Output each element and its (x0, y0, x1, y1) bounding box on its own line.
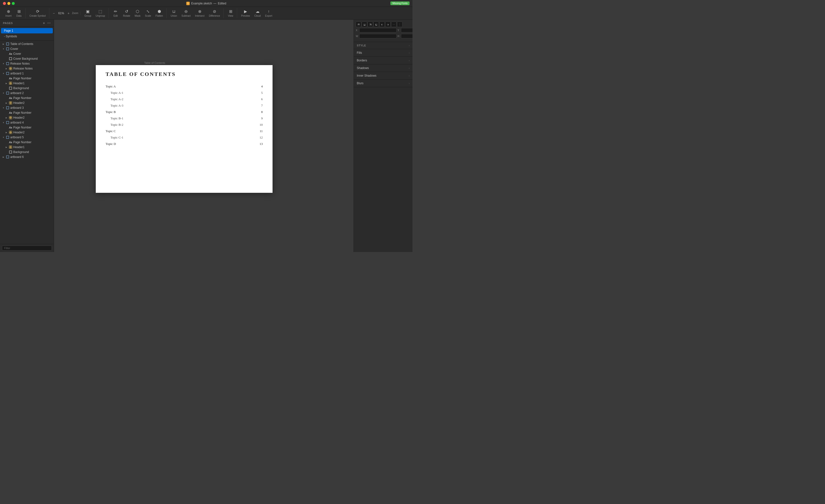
edit-button[interactable]: ✏ Edit (111, 8, 121, 18)
style-borders-item[interactable]: Borders › (354, 57, 412, 64)
layer-item-artboard3[interactable]: ▼ artboard 3 (0, 105, 54, 110)
zoom-plus-button[interactable]: + (67, 11, 70, 15)
maximize-button[interactable] (12, 2, 15, 5)
align-bottom-button[interactable]: ⬗ (385, 22, 391, 27)
minimize-button[interactable] (7, 2, 10, 5)
layer-item-header2a[interactable]: ▶ Header2 (0, 100, 54, 105)
layer-item-release-notes-group[interactable]: ▼ Release Notes (0, 61, 54, 66)
layer-item-cover-bg[interactable]: Cover Background (0, 56, 54, 61)
difference-button[interactable]: ⊘ Difference (207, 8, 222, 18)
layer-item-background1[interactable]: Background (0, 86, 54, 91)
insert-button[interactable]: ⊕ Insert (3, 8, 13, 18)
svg-rect-26 (11, 131, 12, 132)
y-input[interactable] (401, 28, 412, 32)
align-row-1: ⬒ ⬓ ⬔ ⬕ ⬖ ⬗ ⋯ ⋮ (356, 22, 410, 27)
distribute-v-button[interactable]: ⋮ (397, 22, 402, 27)
layer-item-artboard2[interactable]: ▼ artboard 2 (0, 91, 54, 95)
layer-item-header1b[interactable]: ▶ Header1 (0, 145, 54, 150)
inner-shadows-chevron: › (409, 74, 409, 77)
layer-item-page-number2[interactable]: Aa Page Number (0, 95, 54, 100)
data-icon: ⊞ (17, 9, 21, 14)
w-input[interactable] (359, 34, 396, 38)
union-button[interactable]: ⊔ Union (169, 8, 179, 18)
layer-item-toc[interactable]: ▶ Table of Contents (0, 42, 54, 47)
align-left-button[interactable]: ⬒ (356, 22, 361, 27)
layer-item-page-number3[interactable]: Aa Page Number (0, 110, 54, 115)
style-header[interactable]: STYLE › (354, 42, 412, 49)
layer-item-page-number5[interactable]: Aa Page Number (0, 140, 54, 145)
export-button[interactable]: ↑ Export (263, 8, 274, 18)
svg-rect-9 (9, 82, 11, 83)
layer-item-artboard5[interactable]: ▼ artboard 5 (0, 135, 54, 140)
missing-fonts-badge[interactable]: Missing Fonts (390, 1, 409, 5)
layer-item-header1[interactable]: ▶ Header1 (0, 81, 54, 86)
add-page-button[interactable]: + (42, 21, 46, 25)
align-top-button[interactable]: ⬕ (373, 22, 379, 27)
layer-item-release-notes[interactable]: ▶ Release Notes (0, 66, 54, 71)
svg-rect-33 (11, 147, 12, 149)
h2b-layer-name: Header2 (13, 116, 24, 119)
x-input[interactable] (359, 28, 396, 32)
zoom-minus-button[interactable]: − (52, 11, 56, 15)
pn5-layer-name: Page Number (13, 141, 31, 144)
h-input[interactable] (401, 34, 412, 38)
align-center-h-button[interactable]: ⬓ (362, 22, 367, 27)
artboard-container: TABLE OF CONTENTS Topic A4Topic A-15Topi… (96, 65, 273, 193)
layer-item-artboard6[interactable]: ▶ artboard 6 (0, 154, 54, 159)
layer-item-artboard1[interactable]: ▼ artboard 1 (0, 71, 54, 76)
pages-more-button[interactable]: ⋯ (47, 21, 51, 25)
intersect-button[interactable]: ⊗ Intersect (193, 8, 206, 18)
group-button[interactable]: ▣ Group (82, 8, 93, 18)
layer-item-background5[interactable]: Background (0, 150, 54, 154)
page-item-symbols[interactable]: - Symbols (1, 33, 53, 39)
table-row: Topic A4 (105, 83, 263, 90)
layer-item-page-number4[interactable]: Aa Page Number (0, 125, 54, 130)
preview-button[interactable]: ▶ Preview (239, 8, 252, 18)
svg-rect-12 (11, 83, 12, 85)
style-inner-shadows-item[interactable]: Inner Shadows › (354, 72, 412, 80)
style-shadows-item[interactable]: Shadows › (354, 64, 412, 72)
layer-item-cover[interactable]: ▼ Cover (0, 47, 54, 51)
pn1-chevron (5, 77, 8, 80)
svg-rect-34 (9, 151, 12, 153)
cover-chevron: ▼ (2, 48, 5, 50)
filter-input[interactable] (2, 245, 52, 250)
distribute-h-button[interactable]: ⋯ (391, 22, 396, 27)
pn3-text-icon: Aa (9, 111, 12, 115)
align-right-button[interactable]: ⬔ (368, 22, 373, 27)
create-symbol-button[interactable]: ⟳ Create Symbol (27, 8, 48, 18)
rotate-button[interactable]: ↺ Rotate (121, 8, 132, 18)
svg-rect-14 (6, 92, 9, 94)
ab1-chevron: ▼ (2, 72, 5, 75)
scale-button[interactable]: ⤡ Scale (143, 8, 153, 18)
svg-rect-6 (9, 69, 11, 70)
svg-rect-19 (6, 106, 9, 109)
file-icon: S (186, 2, 190, 5)
h2c-group-icon (9, 131, 12, 134)
flatten-button[interactable]: ⬢ Flatten (153, 8, 165, 18)
ungroup-button[interactable]: ⬚ Ungroup (94, 8, 107, 18)
pn4-layer-name: Page Number (13, 126, 31, 129)
subtract-button[interactable]: ⊖ Subtract (179, 8, 193, 18)
view-button[interactable]: ⊞ View (226, 8, 235, 18)
zoom-value: 61% (57, 11, 66, 15)
rn-group-icon (9, 67, 12, 70)
mask-button[interactable]: ⬡ Mask (133, 8, 142, 18)
layer-item-page-number1[interactable]: Aa Page Number (0, 76, 54, 81)
layer-item-artboard4[interactable]: ▼ artboard 4 (0, 120, 54, 125)
style-blurs-item[interactable]: Blurs › (354, 80, 412, 87)
fills-label: Fills (357, 51, 362, 55)
h2a-layer-name: Header2 (13, 101, 24, 104)
style-fills-item[interactable]: Fills › (354, 49, 412, 57)
data-button[interactable]: ⊞ Data (14, 8, 24, 18)
svg-rect-22 (9, 118, 11, 119)
layer-item-header2c[interactable]: ▶ Header2 (0, 130, 54, 135)
layer-item-header2b[interactable]: ▶ Header2 (0, 115, 54, 120)
page-item-page1[interactable]: Page 1 (1, 28, 53, 33)
cloud-button[interactable]: ☁ Cloud (252, 8, 263, 18)
layer-item-cover-text[interactable]: Aa Cover (0, 51, 54, 56)
cover-bg-layer-name: Cover Background (13, 57, 38, 60)
align-center-v-button[interactable]: ⬖ (379, 22, 385, 27)
canvas-area[interactable]: Table of Contents TABLE OF CONTENTS Topi… (54, 20, 354, 252)
close-button[interactable] (3, 2, 6, 5)
